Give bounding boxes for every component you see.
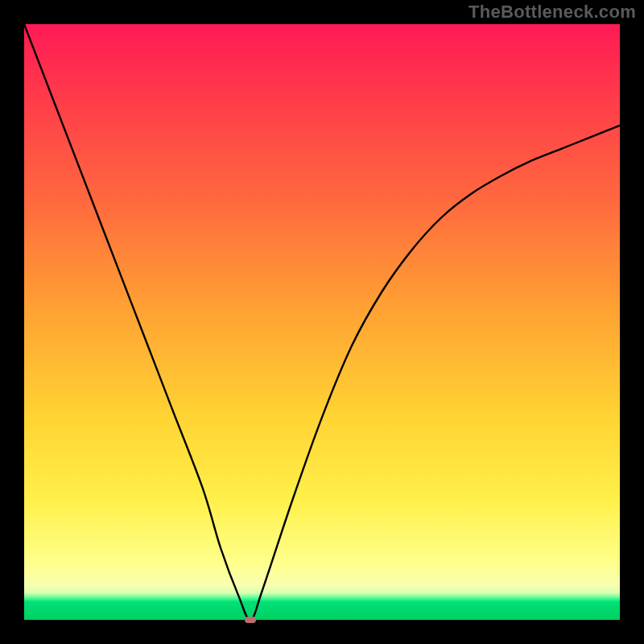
curve-minimum-marker [245,617,256,623]
bottleneck-curve [24,24,620,620]
chart-frame: TheBottleneck.com [0,0,644,644]
plot-area [24,24,620,620]
watermark-text: TheBottleneck.com [469,2,636,23]
